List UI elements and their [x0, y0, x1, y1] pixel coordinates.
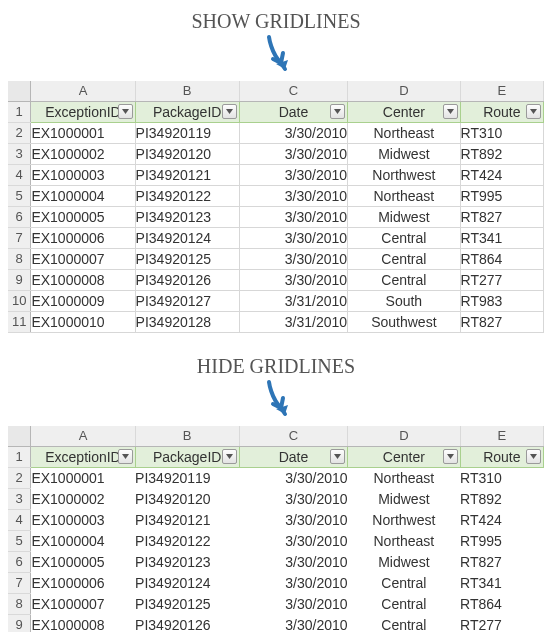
cell-C[interactable]: 3/30/2010 [239, 489, 347, 510]
header-center[interactable]: Center [348, 102, 461, 123]
column-letter-A[interactable]: A [31, 81, 135, 102]
cell-D[interactable]: Midwest [348, 489, 461, 510]
cell-D[interactable]: Central [348, 615, 461, 633]
cell-A[interactable]: EX1000005 [31, 207, 135, 228]
cell-B[interactable]: PI34920120 [135, 489, 239, 510]
row-number[interactable]: 3 [8, 489, 31, 510]
cell-E[interactable]: RT892 [460, 144, 543, 165]
cell-C[interactable]: 3/30/2010 [239, 186, 347, 207]
cell-E[interactable]: RT827 [460, 312, 543, 333]
cell-B[interactable]: PI34920121 [135, 165, 239, 186]
cell-A[interactable]: EX1000001 [31, 123, 135, 144]
cell-A[interactable]: EX1000009 [31, 291, 135, 312]
cell-B[interactable]: PI34920122 [135, 531, 239, 552]
cell-C[interactable]: 3/30/2010 [239, 207, 347, 228]
cell-C[interactable]: 3/30/2010 [239, 573, 347, 594]
cell-B[interactable]: PI34920127 [135, 291, 239, 312]
header-center[interactable]: Center [348, 447, 461, 468]
cell-B[interactable]: PI34920125 [135, 249, 239, 270]
cell-A[interactable]: EX1000004 [31, 186, 135, 207]
cell-A[interactable]: EX1000005 [31, 552, 135, 573]
filter-dropdown-icon[interactable] [526, 449, 541, 464]
cell-A[interactable]: EX1000007 [31, 594, 135, 615]
cell-E[interactable]: RT341 [460, 228, 543, 249]
row-number[interactable]: 3 [8, 144, 31, 165]
header-route[interactable]: Route [460, 447, 543, 468]
cell-C[interactable]: 3/31/2010 [239, 312, 347, 333]
filter-dropdown-icon[interactable] [118, 104, 133, 119]
column-letter-D[interactable]: D [348, 81, 461, 102]
cell-B[interactable]: PI34920122 [135, 186, 239, 207]
cell-A[interactable]: EX1000002 [31, 489, 135, 510]
cell-A[interactable]: EX1000010 [31, 312, 135, 333]
cell-B[interactable]: PI34920124 [135, 228, 239, 249]
column-letter-D[interactable]: D [348, 426, 461, 447]
row-number[interactable]: 5 [8, 186, 31, 207]
cell-B[interactable]: PI34920120 [135, 144, 239, 165]
row-number[interactable]: 1 [8, 447, 31, 468]
column-letter-B[interactable]: B [135, 81, 239, 102]
cell-D[interactable]: Northwest [348, 510, 461, 531]
cell-D[interactable]: Midwest [348, 207, 461, 228]
header-route[interactable]: Route [460, 102, 543, 123]
cell-B[interactable]: PI34920119 [135, 123, 239, 144]
column-letter-A[interactable]: A [31, 426, 135, 447]
column-letter-E[interactable]: E [460, 81, 543, 102]
cell-A[interactable]: EX1000003 [31, 165, 135, 186]
filter-dropdown-icon[interactable] [222, 449, 237, 464]
cell-E[interactable]: RT995 [460, 531, 543, 552]
cell-E[interactable]: RT827 [460, 552, 543, 573]
row-number[interactable]: 11 [8, 312, 31, 333]
cell-D[interactable]: Central [348, 228, 461, 249]
cell-D[interactable]: Central [348, 270, 461, 291]
cell-E[interactable]: RT995 [460, 186, 543, 207]
cell-D[interactable]: Northeast [348, 123, 461, 144]
row-number[interactable]: 2 [8, 123, 31, 144]
cell-E[interactable]: RT424 [460, 165, 543, 186]
row-number[interactable]: 6 [8, 207, 31, 228]
cell-D[interactable]: South [348, 291, 461, 312]
cell-C[interactable]: 3/30/2010 [239, 510, 347, 531]
cell-D[interactable]: Central [348, 249, 461, 270]
cell-B[interactable]: PI34920126 [135, 615, 239, 633]
cell-B[interactable]: PI34920121 [135, 510, 239, 531]
filter-dropdown-icon[interactable] [330, 104, 345, 119]
row-number[interactable]: 6 [8, 552, 31, 573]
cell-D[interactable]: Northeast [348, 468, 461, 489]
cell-B[interactable]: PI34920124 [135, 573, 239, 594]
cell-A[interactable]: EX1000008 [31, 270, 135, 291]
cell-C[interactable]: 3/30/2010 [239, 468, 347, 489]
cell-A[interactable]: EX1000006 [31, 573, 135, 594]
row-number[interactable]: 8 [8, 249, 31, 270]
filter-dropdown-icon[interactable] [526, 104, 541, 119]
cell-A[interactable]: EX1000007 [31, 249, 135, 270]
cell-E[interactable]: RT424 [460, 510, 543, 531]
cell-E[interactable]: RT983 [460, 291, 543, 312]
cell-A[interactable]: EX1000006 [31, 228, 135, 249]
cell-E[interactable]: RT827 [460, 207, 543, 228]
cell-B[interactable]: PI34920119 [135, 468, 239, 489]
cell-D[interactable]: Northwest [348, 165, 461, 186]
cell-D[interactable]: Northeast [348, 531, 461, 552]
column-letter-E[interactable]: E [460, 426, 543, 447]
cell-E[interactable]: RT864 [460, 249, 543, 270]
cell-D[interactable]: Central [348, 573, 461, 594]
header-date[interactable]: Date [239, 447, 347, 468]
row-number[interactable]: 9 [8, 270, 31, 291]
cell-C[interactable]: 3/30/2010 [239, 270, 347, 291]
select-all-corner[interactable] [8, 81, 31, 102]
header-packageid[interactable]: PackageID [135, 447, 239, 468]
cell-C[interactable]: 3/30/2010 [239, 228, 347, 249]
cell-D[interactable]: Central [348, 594, 461, 615]
cell-D[interactable]: Midwest [348, 552, 461, 573]
row-number[interactable]: 1 [8, 102, 31, 123]
cell-B[interactable]: PI34920123 [135, 207, 239, 228]
row-number[interactable]: 7 [8, 573, 31, 594]
column-letter-C[interactable]: C [239, 426, 347, 447]
cell-D[interactable]: Southwest [348, 312, 461, 333]
filter-dropdown-icon[interactable] [443, 104, 458, 119]
cell-C[interactable]: 3/30/2010 [239, 249, 347, 270]
cell-C[interactable]: 3/30/2010 [239, 552, 347, 573]
row-number[interactable]: 4 [8, 165, 31, 186]
cell-A[interactable]: EX1000002 [31, 144, 135, 165]
